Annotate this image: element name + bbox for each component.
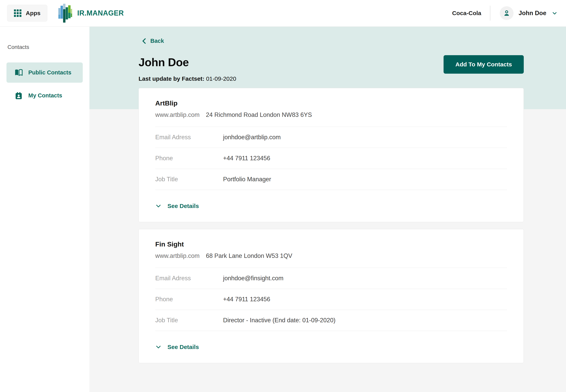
sidebar-item-label: Public Contacts [28,69,71,76]
card-row-email: Email Adress jonhdoe@artblip.com [155,127,507,148]
sidebar-item-public-contacts[interactable]: Public Contacts [6,62,83,83]
row-value: Director - Inactive (End date: 01-09-202… [223,317,335,324]
last-update: Last update by Factset: 01-09-2020 [139,75,236,82]
open-book-icon [14,68,23,77]
card-row-phone: Phone +44 7911 123456 [155,148,507,169]
card-row-email: Email Adress jonhdoe@finsight.com [155,268,507,289]
last-update-label: Last update by Factset: [139,75,204,82]
row-label: Phone [155,155,223,162]
brand: IR.MANAGER [58,4,124,23]
user-name: John Doe [519,10,546,17]
avatar [500,6,513,20]
row-label: Email Adress [155,134,223,141]
row-label: Job Title [155,176,223,183]
row-label: Phone [155,296,223,303]
card-company-name: Fin Sight [155,240,507,248]
company-name: Coca-Cola [452,10,481,16]
row-value: jonhdoe@artblip.com [223,134,281,141]
row-value: +44 7911 123456 [223,155,270,162]
apps-grid-icon [14,9,21,17]
chevron-down-icon [155,344,161,350]
page-title: John Doe [139,56,189,69]
brand-name: IR.MANAGER [77,9,124,17]
row-value: Portfolio Manager [223,176,271,183]
card-address: 24 Richmond Road London NW83 6YS [206,111,312,118]
user-menu[interactable]: John Doe [500,6,558,20]
card-company-name: ArtBlip [155,99,507,107]
see-details-label: See Details [167,344,199,350]
card-website: www.artblip.com [155,252,200,259]
apps-button[interactable]: Apps [7,5,47,22]
see-details-toggle[interactable]: See Details [155,190,507,222]
person-icon [503,9,511,17]
contact-card-artblip: ArtBlip www.artblip.com 24 Richmond Road… [139,88,524,222]
irmanager-logo-icon [58,4,72,23]
back-link-label: Back [150,38,164,44]
chevron-left-icon [142,38,147,44]
card-website: www.artblip.com [155,111,200,118]
app-header: Apps IR.MANAGER Coca-Cola Jo [0,0,566,27]
row-label: Email Adress [155,275,223,282]
card-row-job-title: Job Title Portfolio Manager [155,169,507,190]
last-update-value: 01-09-2020 [206,75,236,82]
chevron-down-icon [155,203,161,209]
sidebar-item-my-contacts[interactable]: My Contacts [6,85,83,106]
card-row-job-title: Job Title Director - Inactive (End date:… [155,310,507,331]
row-label: Job Title [155,317,223,324]
sidebar-item-label: My Contacts [28,92,62,99]
sidebar: Contacts Public Contacts My Contacts [0,27,89,392]
contact-card-icon [14,91,23,100]
row-value: jonhdoe@finsight.com [223,275,283,282]
add-to-my-contacts-button[interactable]: Add To My Contacts [444,55,524,74]
sidebar-heading: Contacts [7,44,89,50]
card-address: 68 Park Lane London W53 1QV [206,252,292,259]
header-divider [490,6,490,21]
see-details-toggle[interactable]: See Details [155,331,507,363]
contact-card-finsight: Fin Sight www.artblip.com 68 Park Lane L… [139,229,524,363]
card-row-phone: Phone +44 7911 123456 [155,289,507,310]
apps-button-label: Apps [26,10,41,16]
see-details-label: See Details [167,203,199,209]
row-value: +44 7911 123456 [223,296,270,303]
back-link[interactable]: Back [142,38,164,44]
main-content: Back John Doe Last update by Factset: 01… [89,27,566,392]
chevron-down-icon [551,10,558,16]
